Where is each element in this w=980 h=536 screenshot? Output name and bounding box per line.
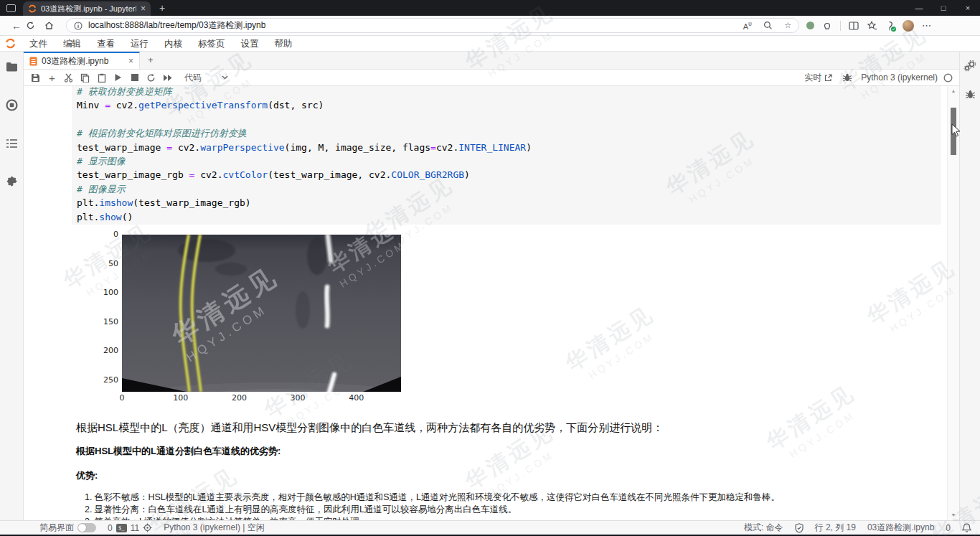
collaboration-link[interactable]: 实时 (804, 72, 832, 84)
code-cell[interactable]: # 获取仿射变换逆矩阵Minv = cv2.getPerspectiveTran… (72, 86, 941, 225)
browser-tab-strip: 03道路检测.ipynb - JupyterLab × + — □ × (0, 0, 980, 16)
code-line[interactable]: # 显示图像 (77, 154, 936, 168)
x-tick-label: 300 (282, 393, 314, 403)
cursor-position[interactable]: 行 2, 列 19 (815, 522, 856, 534)
site-info-icon[interactable] (74, 22, 83, 30)
y-tick-label: 150 (98, 317, 118, 326)
browser-tab[interactable]: 03道路检测.ipynb - JupyterLab × (23, 1, 151, 16)
minimize-button[interactable]: — (907, 4, 931, 12)
browser-essentials-icon[interactable] (885, 21, 895, 31)
kernel-count-value: 11 (131, 523, 139, 533)
notebook-toolbar: + (24, 70, 959, 86)
zoom-page-icon[interactable] (763, 21, 773, 30)
copy-cells-button[interactable] (77, 70, 93, 86)
document-tab-bar: 03道路检测.ipynb × + (24, 52, 959, 70)
active-file-name: 03道路检测.ipynb (867, 522, 934, 534)
running-sessions-icon[interactable] (6, 99, 18, 111)
restart-run-all-button[interactable] (159, 70, 176, 86)
code-line[interactable]: test_warp_image = cv2.warpPerspective(im… (77, 141, 936, 154)
browser-menu-icon[interactable]: ⋯ (922, 20, 932, 31)
close-button[interactable]: × (956, 4, 980, 12)
save-button[interactable] (27, 70, 44, 86)
code-line[interactable] (77, 113, 936, 126)
code-line[interactable]: plt.imshow(test_warp_image_rgb) (77, 196, 936, 210)
kernel-status-text[interactable]: Python 3 (ipykernel) | 空闲 (164, 522, 265, 534)
terminal-icon: $_ (116, 524, 127, 532)
notebook-tab-close-icon[interactable]: × (128, 56, 133, 66)
extension-icon[interactable] (822, 21, 832, 31)
x-tick-label: 100 (165, 393, 197, 403)
paste-cells-button[interactable] (93, 70, 110, 86)
debugger-bug-icon[interactable] (842, 72, 852, 83)
markdown-list: 1.色彩不敏感：HSL模型的L通道主要表示亮度，相对于颜色敏感的H通道和S通道，… (76, 492, 897, 520)
code-line[interactable]: # 获取仿射变换逆矩阵 (77, 86, 936, 98)
kernel-status-icon[interactable] (943, 73, 953, 83)
notebook-scrollbar[interactable]: ▲ ▼ (947, 86, 959, 520)
interrupt-kernel-button[interactable] (126, 70, 143, 86)
cut-cells-button[interactable] (60, 70, 77, 86)
run-cell-button[interactable] (110, 70, 126, 86)
markdown-list-item: 1.色彩不敏感：HSL模型的L通道主要表示亮度，相对于颜色敏感的H通道和S通道，… (85, 492, 897, 504)
notification-count[interactable]: 0 (946, 523, 951, 533)
toggle-knob (78, 524, 86, 532)
refresh-icon[interactable] (26, 21, 44, 30)
toggle-switch[interactable] (77, 523, 96, 532)
url-text[interactable]: localhost:8888/lab/tree/temp/03道路检测.ipyn… (88, 19, 265, 32)
table-of-contents-icon[interactable] (6, 138, 18, 149)
favorite-star-icon[interactable]: ☆ (784, 21, 791, 30)
jupyterlab-body: 03道路检测.ipynb × + + (0, 52, 980, 520)
main-dock: 03道路检测.ipynb × + + (24, 52, 959, 520)
add-tab-button[interactable]: + (140, 52, 161, 69)
tab-actions-icon[interactable] (6, 4, 16, 12)
scroll-up-icon[interactable]: ▲ (948, 86, 959, 96)
notification-bell[interactable] (962, 523, 971, 533)
markdown-cell[interactable]: 根据HSL模型中的L（亮度）通道和用HSV模型分割图像中的白色车道线，两种方法都… (76, 421, 897, 520)
add-cell-button[interactable]: + (44, 70, 60, 86)
extension-green-icon[interactable] (806, 22, 814, 29)
code-line[interactable]: test_warp_image_rgb = cv2.cvtColor(test_… (77, 168, 936, 182)
menu-item[interactable]: 标签页 (190, 36, 233, 52)
road-image: 华清远见 HQYJ.COM 华清远见 HQYJ.COM (122, 235, 401, 392)
command-mode-indicator[interactable]: 模式: 命令 (744, 522, 783, 534)
menu-item[interactable]: 帮助 (267, 36, 301, 52)
left-activity-bar (0, 52, 24, 520)
profile-avatar[interactable] (903, 20, 914, 32)
collections-icon[interactable] (867, 21, 877, 30)
scroll-down-icon[interactable]: ▼ (948, 510, 959, 520)
terminal-count[interactable]: 0 $_ 11 (108, 523, 152, 533)
property-inspector-icon[interactable] (963, 60, 976, 72)
new-tab-button[interactable]: + (159, 2, 165, 14)
menu-item[interactable]: 编辑 (55, 36, 89, 52)
simple-mode-toggle[interactable]: 简易界面 (39, 522, 96, 534)
markdown-paragraph: 根据HSL模型中的L（亮度）通道和用HSV模型分割图像中的白色车道线，两种方法都… (76, 421, 897, 435)
restart-kernel-button[interactable] (143, 70, 159, 86)
x-tick-label: 200 (223, 393, 255, 403)
split-screen-icon[interactable] (849, 22, 859, 30)
notebook-tab[interactable]: 03道路检测.ipynb × (24, 52, 140, 69)
read-aloud-icon[interactable]: Aʋ (743, 20, 752, 31)
menu-item[interactable]: 运行 (123, 36, 156, 52)
back-icon[interactable]: ← (7, 20, 26, 32)
cell-type-dropdown[interactable]: 代码 (182, 72, 231, 84)
debugger-sidebar-icon[interactable] (965, 89, 976, 100)
menu-item[interactable]: 查看 (89, 36, 123, 52)
code-line[interactable]: plt.show() (77, 210, 936, 224)
jupyter-spinner-favicon (28, 4, 37, 13)
menu-item[interactable]: 设置 (233, 36, 267, 52)
y-tick-label: 100 (98, 288, 118, 297)
markdown-heading: 根据HSL模型中的L通道分割白色车道线的优劣势: (76, 445, 897, 458)
menu-item[interactable]: 文件 (22, 36, 55, 52)
code-line[interactable]: Minv = cv2.getPerspectiveTransform(dst, … (77, 98, 936, 112)
tab-close-icon[interactable]: × (141, 4, 146, 14)
url-bar[interactable]: localhost:8888/lab/tree/temp/03道路检测.ipyn… (66, 18, 799, 33)
maximize-button[interactable]: □ (931, 4, 956, 12)
code-editor[interactable]: # 获取仿射变换逆矩阵Minv = cv2.getPerspectiveTran… (72, 86, 941, 225)
notebook-tab-title: 03道路检测.ipynb (42, 55, 124, 67)
extension-manager-icon[interactable] (6, 176, 18, 188)
code-line[interactable]: # 根据仿射变化矩阵对原图进行仿射变换 (77, 126, 936, 140)
file-browser-icon[interactable] (6, 62, 18, 72)
code-line[interactable]: # 图像显示 (77, 182, 936, 196)
menu-item[interactable]: 内核 (156, 36, 190, 52)
home-icon[interactable] (44, 21, 63, 30)
kernel-name-button[interactable]: Python 3 (ipykernel) (861, 72, 938, 83)
